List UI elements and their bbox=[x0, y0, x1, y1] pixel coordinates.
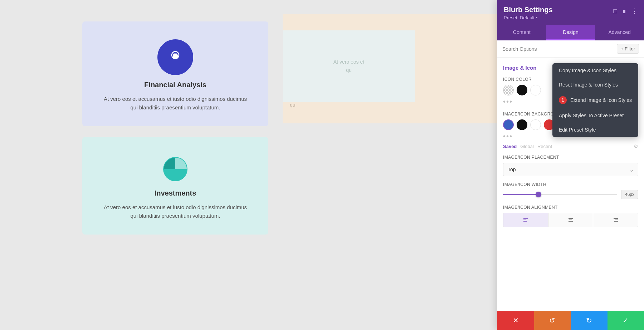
bg-swatch-blue-active[interactable] bbox=[503, 119, 514, 130]
pie-chart-icon bbox=[161, 155, 190, 183]
bg-swatch-white[interactable] bbox=[530, 119, 541, 130]
financial-icon-circle bbox=[157, 39, 193, 75]
menu-item-apply[interactable]: Apply Styles To Active Preset bbox=[552, 108, 638, 123]
extend-badge: 1 bbox=[559, 96, 567, 104]
financial-title: Financial Analysis bbox=[144, 81, 206, 89]
color-settings-icon[interactable]: ⚙ bbox=[634, 143, 638, 149]
cancel-icon: ✕ bbox=[513, 316, 519, 325]
settings-panel: Blurb Settings Preset: Default • □ ∎ ⋮ C… bbox=[497, 0, 644, 330]
panel-search-bar: + Filter bbox=[497, 40, 644, 58]
investments-icon-wrapper bbox=[161, 155, 190, 183]
redo-icon: ↻ bbox=[586, 316, 592, 325]
alignment-field: Image/Icon Alignment bbox=[503, 205, 638, 227]
fullscreen-icon[interactable]: □ bbox=[613, 8, 617, 15]
undo-button[interactable]: ↺ bbox=[534, 311, 571, 330]
financial-desc: At vero eos et accusamus et iusto odio d… bbox=[100, 95, 250, 112]
blurb-card-investments: Investments At vero eos et accusamus et … bbox=[82, 137, 268, 235]
width-slider-row: 46px bbox=[503, 190, 638, 199]
width-value: 46px bbox=[621, 190, 638, 199]
blurb-card-financial: Financial Analysis At vero eos et accusa… bbox=[82, 21, 268, 126]
tab-design[interactable]: Design bbox=[546, 25, 595, 40]
undo-icon: ↺ bbox=[549, 316, 555, 325]
placement-select[interactable]: Top Left Right Bottom bbox=[503, 163, 638, 176]
copy-label: Copy Image & Icon Styles bbox=[559, 68, 616, 73]
image-icon-section-heading: Image & Icon ⋮ Copy Image & Icon Styles … bbox=[503, 63, 638, 72]
more-icon[interactable]: ⋮ bbox=[631, 7, 638, 15]
blurb-cards-column: Financial Analysis At vero eos et accusa… bbox=[82, 21, 268, 235]
menu-item-edit[interactable]: Edit Preset Style bbox=[552, 123, 638, 137]
search-input[interactable] bbox=[502, 46, 614, 52]
image-icon-title: Image & Icon bbox=[503, 65, 536, 71]
alignment-buttons bbox=[503, 213, 638, 227]
menu-item-copy[interactable]: Copy Image & Icon Styles bbox=[552, 63, 638, 78]
context-menu: Copy Image & Icon Styles Reset Image & I… bbox=[552, 63, 638, 137]
tab-content[interactable]: Content bbox=[497, 25, 546, 40]
panel-header: Blurb Settings Preset: Default • □ ∎ ⋮ bbox=[497, 0, 644, 25]
color-tab-global[interactable]: Global bbox=[520, 144, 534, 149]
color-swatch-white[interactable] bbox=[530, 85, 541, 95]
panel-header-icons: □ ∎ ⋮ bbox=[613, 7, 638, 15]
align-left-icon bbox=[522, 217, 529, 223]
panel-title-group: Blurb Settings Preset: Default • bbox=[504, 6, 553, 20]
save-button[interactable]: ✓ bbox=[608, 311, 644, 330]
color-tabs: Saved Global Recent ⚙ bbox=[503, 143, 638, 149]
alignment-label: Image/Icon Alignment bbox=[503, 205, 638, 210]
bg-swatch-black[interactable] bbox=[517, 119, 527, 130]
align-left-button[interactable] bbox=[503, 213, 548, 227]
investments-title: Investments bbox=[155, 189, 196, 197]
panel-body: Image & Icon ⋮ Copy Image & Icon Styles … bbox=[497, 58, 644, 311]
placement-label: Image/Icon Placement bbox=[503, 155, 638, 160]
edit-label: Edit Preset Style bbox=[559, 127, 596, 133]
redo-button[interactable]: ↻ bbox=[571, 311, 608, 330]
apply-label: Apply Styles To Active Preset bbox=[559, 113, 624, 118]
align-center-icon bbox=[567, 217, 574, 223]
color-swatch-black[interactable] bbox=[517, 85, 527, 95]
menu-item-extend[interactable]: 1 Extend Image & Icon Styles bbox=[552, 92, 638, 108]
coins-icon bbox=[167, 49, 184, 66]
placement-field: Image/Icon Placement Top Left Right Bott… bbox=[503, 155, 638, 176]
color-tab-saved[interactable]: Saved bbox=[503, 144, 517, 149]
svg-point-6 bbox=[173, 54, 178, 56]
grid-icon[interactable]: ∎ bbox=[622, 7, 626, 15]
width-slider[interactable] bbox=[503, 194, 617, 195]
save-icon: ✓ bbox=[623, 316, 629, 325]
more-dots-2[interactable]: ••• bbox=[503, 132, 513, 140]
color-swatch-transparent[interactable] bbox=[503, 85, 514, 95]
tab-advanced[interactable]: Advanced bbox=[595, 25, 644, 40]
cancel-button[interactable]: ✕ bbox=[497, 311, 534, 330]
menu-item-reset[interactable]: Reset Image & Icon Styles bbox=[552, 78, 638, 92]
more-dots[interactable]: ••• bbox=[503, 98, 513, 105]
align-right-icon bbox=[613, 217, 619, 223]
color-tab-recent[interactable]: Recent bbox=[537, 144, 552, 149]
filter-button[interactable]: + Filter bbox=[617, 44, 639, 54]
panel-title: Blurb Settings bbox=[504, 6, 553, 14]
editor-bg-bottom-card: At vero eos etqu bbox=[283, 30, 415, 102]
investments-desc: At vero eos et accusamus et iusto odio d… bbox=[100, 203, 250, 220]
extend-label: Extend Image & Icon Styles bbox=[570, 97, 632, 103]
panel-bottom-bar: ✕ ↺ ↻ ✓ bbox=[497, 311, 644, 330]
width-label: Image/Icon Width bbox=[503, 182, 638, 187]
placement-select-wrapper: Top Left Right Bottom bbox=[503, 163, 638, 176]
panel-tabs: Content Design Advanced bbox=[497, 25, 644, 40]
width-field: Image/Icon Width 46px bbox=[503, 182, 638, 199]
align-right-button[interactable] bbox=[593, 213, 638, 227]
panel-preset: Preset: Default • bbox=[504, 15, 553, 20]
reset-label: Reset Image & Icon Styles bbox=[559, 82, 618, 88]
align-center-button[interactable] bbox=[548, 213, 594, 227]
editor-bg-text-bottom: At vero eos etqu bbox=[333, 58, 364, 74]
